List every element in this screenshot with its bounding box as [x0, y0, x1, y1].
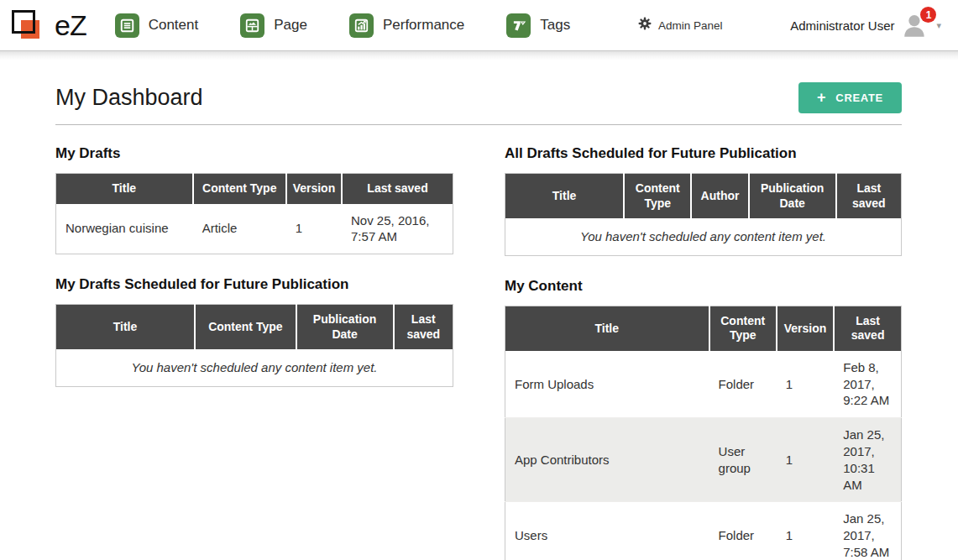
my-content-section: My Content TitleContent TypeVersionLast … [505, 278, 902, 560]
admin-panel-link[interactable]: Admin Panel [638, 17, 723, 34]
main-nav: Content Page [115, 13, 571, 38]
table-cell: Jan 25, 2017, 7:58 AM [834, 502, 901, 560]
table-row[interactable]: Norwegian cuisineArticle1Nov 25, 2016, 7… [56, 204, 453, 254]
column-header: Last saved [834, 306, 901, 351]
user-name: Administrator User [790, 18, 894, 33]
all-drafts-scheduled-table: TitleContent TypeAuthorPublication DateL… [505, 173, 902, 256]
empty-message: You haven't scheduled any content item y… [505, 218, 902, 255]
nav-item-page[interactable]: Page [240, 13, 307, 38]
table-header-row: TitleContent TypeVersionLast saved [56, 174, 453, 204]
table-cell: Users [505, 502, 709, 560]
column-header: Content Type [709, 306, 777, 351]
top-navbar: eZ Content Pag [0, 0, 958, 50]
table-cell: 1 [777, 502, 834, 560]
table-cell: User group [709, 418, 777, 502]
table-row[interactable]: App ContributorsUser group1Jan 25, 2017,… [505, 418, 902, 502]
nav-item-content-label: Content [149, 17, 199, 34]
dashboard-page: My Dashboard + CREATE My Drafts TitleCon… [0, 60, 958, 560]
ez-logo-icon [10, 7, 49, 44]
column-header: Content Type [195, 305, 296, 350]
content-icon [115, 13, 139, 38]
chevron-down-icon[interactable]: ▾ [936, 20, 941, 31]
nav-item-tags[interactable]: Tags [506, 13, 570, 38]
table-header-row: TitleContent TypeAuthorPublication DateL… [505, 174, 902, 219]
ez-logo-outline-square [12, 10, 35, 34]
empty-row: You haven't scheduled any content item y… [505, 218, 902, 255]
user-avatar[interactable]: 1 [902, 13, 929, 38]
column-header: Title [505, 306, 709, 351]
column-header: Last saved [836, 174, 902, 219]
page-title: My Dashboard [55, 85, 203, 111]
my-drafts-title: My Drafts [55, 145, 453, 162]
column-header: Content Type [193, 174, 286, 204]
column-header: Title [56, 174, 193, 204]
table-cell: Article [193, 204, 286, 254]
table-cell: Jan 25, 2017, 10:31 AM [834, 418, 901, 502]
admin-panel-label: Admin Panel [658, 19, 723, 32]
nav-item-page-label: Page [274, 17, 307, 34]
right-column: All Drafts Scheduled for Future Publicat… [505, 130, 902, 560]
empty-message: You haven't scheduled any content item y… [56, 349, 453, 386]
table-header-row: TitleContent TypePublication DateLast sa… [56, 305, 453, 350]
table-cell: Folder [709, 502, 777, 560]
gear-icon [638, 17, 652, 34]
navbar-shadow [0, 50, 958, 60]
table-cell: 1 [777, 351, 834, 418]
tags-icon [506, 13, 531, 38]
table-header-row: TitleContent TypeVersionLast saved [505, 306, 902, 351]
ez-logo[interactable]: eZ [10, 7, 86, 44]
column-header: Last saved [394, 305, 453, 350]
column-header: Title [56, 305, 196, 350]
column-header: Publication Date [296, 305, 394, 350]
dashboard-columns: My Drafts TitleContent TypeVersionLast s… [55, 130, 902, 560]
page-icon [240, 13, 264, 38]
table-cell: Folder [709, 351, 777, 418]
nav-item-content[interactable]: Content [115, 13, 199, 38]
column-header: Author [691, 174, 748, 219]
my-drafts-table: TitleContent TypeVersionLast savedNorweg… [55, 173, 453, 254]
nav-item-tags-label: Tags [540, 17, 570, 34]
left-column: My Drafts TitleContent TypeVersionLast s… [55, 130, 453, 560]
my-drafts-section: My Drafts TitleContent TypeVersionLast s… [55, 145, 453, 254]
nav-item-performance[interactable]: Performance [349, 13, 464, 38]
nav-item-performance-label: Performance [383, 17, 464, 34]
my-content-table: TitleContent TypeVersionLast savedForm U… [505, 306, 902, 560]
table-cell: 1 [777, 418, 834, 502]
table-cell: App Contributors [505, 418, 709, 502]
my-drafts-scheduled-table: TitleContent TypePublication DateLast sa… [55, 304, 453, 387]
column-header: Content Type [624, 174, 691, 219]
column-header: Version [286, 174, 342, 204]
my-drafts-scheduled-section: My Drafts Scheduled for Future Publicati… [55, 276, 453, 387]
column-header: Title [505, 174, 625, 219]
my-drafts-scheduled-title: My Drafts Scheduled for Future Publicati… [55, 276, 453, 293]
table-cell: Form Uploads [505, 351, 709, 418]
column-header: Version [777, 306, 834, 351]
all-drafts-scheduled-section: All Drafts Scheduled for Future Publicat… [505, 145, 902, 256]
page-header: My Dashboard + CREATE [55, 82, 902, 125]
notification-badge[interactable]: 1 [920, 7, 936, 23]
plus-icon: + [817, 90, 826, 105]
table-cell: 1 [286, 204, 342, 254]
table-row[interactable]: UsersFolder1Jan 25, 2017, 7:58 AM [505, 502, 902, 560]
table-cell: Feb 8, 2017, 9:22 AM [834, 351, 901, 418]
column-header: Publication Date [749, 174, 836, 219]
column-header: Last saved [342, 174, 453, 204]
create-button-label: CREATE [835, 92, 883, 104]
empty-row: You haven't scheduled any content item y… [56, 349, 453, 386]
table-cell: Nov 25, 2016, 7:57 AM [342, 204, 453, 254]
all-drafts-scheduled-title: All Drafts Scheduled for Future Publicat… [505, 145, 902, 162]
my-content-title: My Content [505, 278, 902, 295]
table-cell: Norwegian cuisine [56, 204, 193, 254]
user-menu: Administrator User 1 ▾ [790, 13, 946, 38]
create-button[interactable]: + CREATE [798, 82, 902, 113]
performance-icon [349, 13, 374, 38]
ez-logo-text: eZ [55, 9, 86, 42]
table-row[interactable]: Form UploadsFolder1Feb 8, 2017, 9:22 AM [505, 351, 902, 418]
